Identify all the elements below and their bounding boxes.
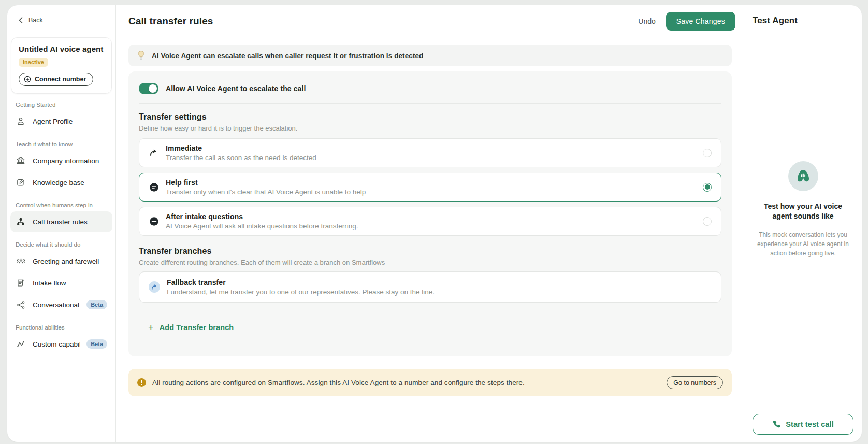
transfer-branches-title: Transfer branches [139, 247, 721, 256]
page-title: Call transfer rules [128, 16, 213, 27]
radio-after-intake[interactable] [703, 217, 712, 226]
voice-agent-logo-icon [794, 167, 812, 185]
hierarchy-icon [16, 217, 26, 227]
tip-banner: AI Voice Agent can escalate calls when c… [128, 45, 732, 66]
minus-circle-icon [149, 216, 159, 226]
beta-badge: Beta [86, 300, 107, 309]
start-test-call-label: Start test call [786, 420, 834, 428]
section-label-getting-started: Getting Started [16, 102, 107, 108]
add-transfer-branch-button[interactable]: + Add Transfer branch [148, 323, 234, 332]
plus-icon: + [148, 323, 154, 332]
sidebar-item-call-transfer-rules[interactable]: Call transfer rules [10, 211, 112, 232]
radio-immediate[interactable] [703, 149, 712, 157]
sidebar-item-label: Call transfer rules [33, 218, 88, 226]
start-test-call-button[interactable]: Start test call [753, 414, 853, 435]
transfer-mode-options: Immediate Transfer the call as soon as t… [139, 138, 721, 236]
sidebar-item-intake-flow[interactable]: Intake flow [10, 273, 112, 293]
line-chart-icon [16, 339, 26, 349]
escalate-toggle-label: Allow AI Voice Agent to escalate the cal… [166, 84, 306, 93]
option-card-help-first[interactable]: Help first Transfer only when it's clear… [139, 173, 721, 202]
sidebar-item-label: Company information [33, 157, 99, 165]
sidebar-item-label: Intake flow [33, 279, 66, 287]
escalate-toggle-row: Allow AI Voice Agent to escalate the cal… [139, 80, 721, 95]
sidebar: Back Untitled AI voice agent Inactive Co… [7, 5, 116, 442]
option-title: After intake questions [166, 212, 358, 221]
test-panel-body: Test how your AI voice agent sounds like… [753, 5, 853, 414]
sidebar-item-label: Greeting and farewell [33, 257, 99, 265]
plus-circle-icon [24, 76, 31, 83]
back-label: Back [28, 17, 43, 24]
back-button[interactable]: Back [10, 13, 112, 26]
escalate-toggle[interactable] [139, 83, 158, 94]
branch-card-fallback[interactable]: Fallback transfer I understand, let me t… [139, 271, 721, 303]
sidebar-item-conversational-guidelines[interactable]: Conversational g... Beta [10, 294, 112, 315]
transfer-arrow-icon [149, 281, 160, 293]
phone-icon [772, 420, 780, 428]
lightbulb-icon [137, 50, 145, 61]
page-background: Back Untitled AI voice agent Inactive Co… [0, 0, 868, 444]
sidebar-item-company-information[interactable]: Company information [10, 150, 112, 171]
section-label-teach: Teach it what to know [16, 141, 107, 147]
go-to-numbers-button[interactable]: Go to numbers [667, 376, 723, 389]
test-panel-description: This mock conversation lets you experien… [752, 230, 855, 258]
tip-banner-text: AI Voice Agent can escalate calls when c… [152, 52, 423, 60]
chevron-left-icon [19, 17, 23, 23]
section-label-decide: Decide what it should do [16, 241, 107, 248]
warning-icon [137, 378, 146, 387]
option-card-after-intake[interactable]: After intake questions AI Voice Agent wi… [139, 207, 721, 236]
bank-icon [16, 155, 26, 166]
undo-button[interactable]: Undo [638, 17, 655, 25]
warning-banner: All routing actions are configured on Sm… [128, 369, 732, 396]
section-label-functional: Functional abilities [16, 324, 107, 331]
option-description: Transfer only when it's clear that AI Vo… [166, 188, 366, 196]
option-description: Transfer the call as soon as the need is… [166, 154, 316, 162]
agent-name: Untitled AI voice agent [19, 45, 104, 53]
connect-number-button[interactable]: Connect number [19, 73, 93, 86]
branch-title: Fallback transfer [167, 278, 435, 287]
transfer-branches-subtitle: Create different routing branches. Each … [139, 259, 721, 266]
main-content: Call transfer rules Undo Save Changes AI… [116, 5, 744, 442]
transfer-settings-subtitle: Define how easy or hard it is to trigger… [139, 124, 721, 132]
option-card-immediate[interactable]: Immediate Transfer the call as soon as t… [139, 138, 721, 167]
status-badge: Inactive [19, 58, 48, 67]
section-label-control: Control when humans step in [16, 202, 107, 208]
sidebar-item-greeting-and-farewell[interactable]: Greeting and farewell [10, 251, 112, 271]
connect-number-label: Connect number [35, 76, 86, 83]
option-title: Immediate [166, 144, 316, 152]
sidebar-item-label: Knowledge base [33, 179, 84, 187]
option-description: AI Voice Agent will ask all intake quest… [166, 222, 358, 230]
toggle-knob [149, 84, 157, 93]
person-icon [16, 116, 26, 126]
share-icon [16, 299, 26, 310]
people-icon [16, 256, 26, 266]
radio-help-first[interactable] [703, 183, 712, 192]
edit-note-icon [16, 177, 26, 188]
agent-summary-card: Untitled AI voice agent Inactive Connect… [11, 37, 112, 94]
test-agent-panel: Test Agent Test how your AI voice agent … [744, 5, 862, 442]
transfer-settings-card: Allow AI Voice Agent to escalate the cal… [128, 71, 732, 356]
transfer-settings-title: Transfer settings [139, 112, 721, 122]
sidebar-item-label: Custom capabili... [33, 340, 80, 348]
divider [139, 103, 721, 104]
save-changes-button[interactable]: Save Changes [666, 12, 735, 31]
option-title: Help first [166, 178, 366, 187]
sidebar-item-label: Conversational g... [33, 301, 80, 309]
app-window: Back Untitled AI voice agent Inactive Co… [7, 5, 862, 442]
chat-circle-icon [149, 182, 159, 192]
warning-banner-text: All routing actions are configured on Sm… [152, 379, 525, 386]
test-panel-heading: Test how your AI voice agent sounds like [755, 202, 851, 221]
sidebar-item-agent-profile[interactable]: Agent Profile [10, 111, 112, 132]
main-body: AI Voice Agent can escalate calls when c… [116, 37, 744, 396]
main-header: Call transfer rules Undo Save Changes [116, 5, 744, 37]
add-transfer-branch-label: Add Transfer branch [160, 323, 234, 332]
document-icon [16, 278, 26, 288]
beta-badge: Beta [86, 339, 107, 349]
branch-description: I understand, let me transfer you to one… [167, 288, 435, 296]
header-actions: Undo Save Changes [638, 12, 735, 31]
sidebar-item-custom-capabilities[interactable]: Custom capabili... Beta [10, 334, 112, 354]
sidebar-item-knowledge-base[interactable]: Knowledge base [10, 172, 112, 193]
sidebar-item-label: Agent Profile [33, 118, 73, 125]
avatar [788, 161, 818, 191]
redo-arrow-icon [149, 148, 159, 158]
